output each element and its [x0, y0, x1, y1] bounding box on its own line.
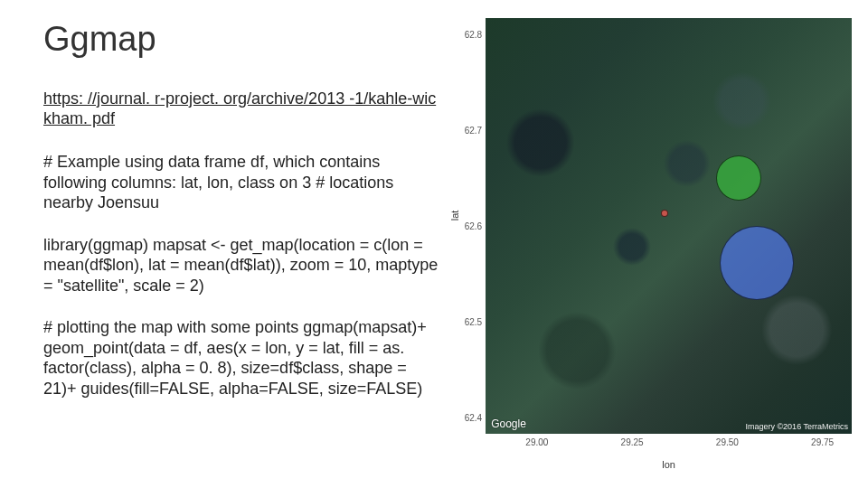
- map-attribution: Imagery ©2016 TerraMetrics: [743, 421, 850, 432]
- y-tick: 62.8: [465, 30, 482, 40]
- y-tick: 62.5: [465, 316, 482, 326]
- data-point-class1: [661, 210, 668, 217]
- code-getmap: library(ggmap) mapsat <- get_map(locatio…: [43, 235, 440, 296]
- x-axis-label: lon: [662, 459, 675, 470]
- x-tick: 29.75: [811, 437, 834, 447]
- google-logo: Google: [491, 418, 526, 430]
- x-tick: 29.00: [525, 437, 548, 447]
- y-tick: 62.7: [465, 126, 482, 136]
- x-tick: 29.50: [716, 437, 739, 447]
- y-tick: 62.6: [465, 221, 482, 231]
- map-plot: 62.8 62.7 62.6 62.5 62.4 lat Google Imag…: [455, 18, 852, 475]
- slide: Ggmap https: //journal. r-project. org/a…: [0, 0, 868, 488]
- reference-link[interactable]: https: //journal. r-project. org/archive…: [43, 89, 440, 128]
- x-axis: 29.00 29.25 29.50 29.75 lon: [486, 434, 852, 475]
- x-tick: 29.25: [621, 437, 644, 447]
- text-column: Ggmap https: //journal. r-project. org/a…: [0, 0, 451, 488]
- satellite-map: Google Imagery ©2016 TerraMetrics: [486, 18, 852, 434]
- y-axis: 62.8 62.7 62.6 62.5 62.4 lat: [455, 18, 486, 434]
- data-point-class2: [716, 155, 761, 201]
- code-plot: # plotting the map with some points ggma…: [43, 317, 440, 399]
- example-comment: # Example using data frame df, which con…: [43, 152, 440, 213]
- map-column: 62.8 62.7 62.6 62.5 62.4 lat Google Imag…: [451, 0, 868, 488]
- y-axis-label: lat: [449, 211, 460, 221]
- y-tick: 62.4: [465, 412, 482, 422]
- data-point-class3: [720, 226, 794, 300]
- page-title: Ggmap: [43, 20, 440, 59]
